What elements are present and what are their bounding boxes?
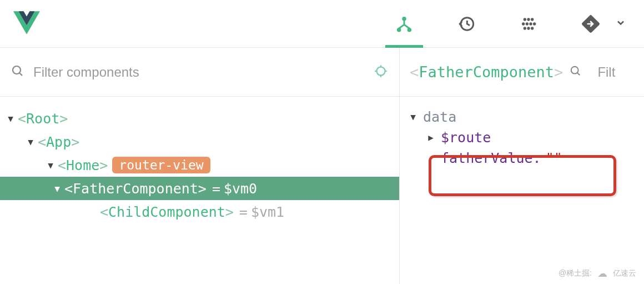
store-tab-icon[interactable] (513, 0, 544, 48)
tree-row-home[interactable]: ▼ <Home> router-view (0, 153, 399, 177)
svg-point-13 (531, 27, 534, 29)
components-tab-icon[interactable] (389, 0, 420, 48)
svg-point-9 (529, 22, 532, 25)
tree-row-root[interactable]: ▼ <Root> (0, 107, 399, 130)
component-tree: ▼ <Root> ▼ <App> ▼ <Home> router-view ▼ … (0, 97, 399, 233)
vue-logo (13, 11, 40, 37)
caret-down-icon[interactable]: ▼ (26, 137, 36, 147)
data-route[interactable]: ▶ $route (407, 127, 636, 148)
svg-point-16 (376, 67, 385, 75)
watermark: @稀土掘: ☁ 亿速云 (559, 267, 636, 280)
svg-point-8 (526, 22, 529, 25)
data-fathervalue[interactable]: fatherValue: "" (407, 148, 636, 168)
detail-header: <FatherComponent> (400, 48, 644, 97)
cloud-icon: ☁ (597, 267, 607, 280)
svg-point-0 (402, 16, 406, 20)
chevron-down-icon[interactable] (615, 17, 626, 31)
detail-panel: <FatherComponent> ▼ data ▶ $route father… (400, 48, 644, 284)
router-view-badge: router-view (112, 157, 210, 173)
tree-row-app[interactable]: ▼ <App> (0, 130, 399, 153)
main-panels: ▼ <Root> ▼ <App> ▼ <Home> router-view ▼ … (0, 48, 644, 284)
detail-body: ▼ data ▶ $route fatherValue: "" (400, 97, 644, 178)
svg-point-12 (527, 27, 530, 29)
filter-state-input[interactable] (597, 64, 634, 80)
svg-point-5 (527, 18, 530, 21)
svg-point-4 (524, 18, 526, 21)
caret-down-icon[interactable]: ▼ (6, 113, 16, 124)
svg-point-1 (397, 27, 401, 31)
components-panel: ▼ <Root> ▼ <App> ▼ <Home> router-view ▼ … (0, 48, 400, 284)
caret-down-icon[interactable]: ▼ (46, 160, 56, 171)
tree-row-child[interactable]: <ChildComponent> = $vm1 (0, 200, 399, 223)
routing-tab-icon[interactable] (575, 0, 606, 48)
svg-point-11 (524, 27, 526, 29)
topbar (0, 0, 644, 48)
filter-components-input[interactable] (33, 64, 374, 80)
history-tab-icon[interactable] (451, 0, 482, 48)
search-icon (11, 64, 24, 80)
svg-point-6 (531, 18, 534, 21)
search-icon[interactable] (570, 63, 582, 81)
svg-point-10 (533, 22, 536, 25)
caret-down-icon[interactable]: ▼ (52, 183, 62, 194)
tree-row-father[interactable]: ▼ <FatherComponent> = $vm0 (0, 177, 399, 200)
svg-point-2 (407, 27, 411, 31)
devtools-tabs (389, 0, 631, 48)
caret-down-icon[interactable]: ▼ (407, 112, 419, 122)
filter-bar (0, 48, 399, 97)
data-section[interactable]: ▼ data (407, 107, 636, 127)
caret-right-icon[interactable]: ▶ (425, 132, 436, 143)
svg-point-7 (522, 22, 525, 25)
svg-point-17 (571, 67, 578, 74)
svg-point-15 (13, 66, 21, 74)
target-icon[interactable] (374, 64, 388, 81)
